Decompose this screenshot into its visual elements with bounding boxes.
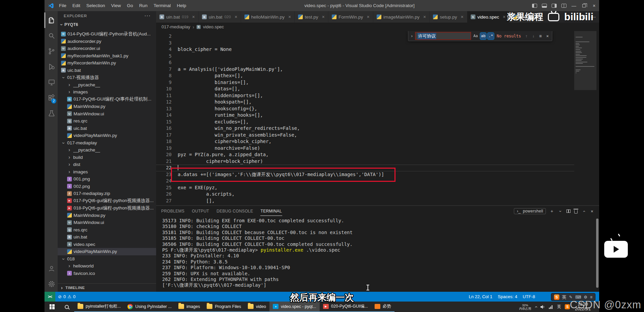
tree-file-item[interactable]: Uaudiorecorder.ui: [58, 45, 156, 52]
tree-file-item[interactable]: UMainWindow.ui: [58, 219, 156, 226]
ime-language-indicator[interactable]: 英: [557, 304, 561, 310]
tree-file-item[interactable]: Qres.qrc: [58, 117, 156, 125]
menu-view[interactable]: View: [108, 3, 124, 8]
find-next-icon[interactable]: ↓: [531, 33, 536, 38]
toggle-secondary-sidebar-icon[interactable]: [552, 4, 557, 8]
minimize-button[interactable]: —: [569, 0, 579, 11]
tree-file-item[interactable]: ▶018-PyQt6-gui编程-python视频播放器...: [58, 204, 156, 212]
tree-folder-item[interactable]: ›dist: [58, 161, 156, 168]
tree-file-item[interactable]: I001.png: [58, 175, 156, 183]
breadcrumb[interactable]: 017-mediaplay › S video.spec: [156, 23, 599, 31]
customize-layout-icon[interactable]: [561, 4, 566, 8]
kill-terminal-icon[interactable]: [574, 210, 578, 214]
code-editor[interactable]: 234block_cipher = None567a = Analysis(['…: [156, 31, 599, 205]
explorer-more-actions-icon[interactable]: ···: [144, 13, 151, 19]
tree-folder-item[interactable]: ›018: [58, 255, 156, 263]
activity-remote-explorer-button[interactable]: [45, 75, 58, 90]
tree-file-item[interactable]: videoPlayMainWin.py: [58, 132, 156, 139]
tree-folder-item[interactable]: ›__pycache__: [58, 81, 156, 89]
find-input[interactable]: 许可协议: [415, 32, 471, 40]
tree-folder-item[interactable]: ›017-mediaplay: [58, 139, 156, 147]
tree-file-item[interactable]: MainWindow.py: [58, 103, 156, 110]
find-previous-icon[interactable]: ↑: [524, 33, 529, 38]
tab-uin.bat[interactable]: Buin.bat020×: [199, 11, 241, 23]
tree-file-item[interactable]: Z017-mediaplay.zip: [58, 190, 156, 197]
activity-source-control-button[interactable]: [45, 44, 58, 59]
close-button[interactable]: ×: [589, 0, 599, 11]
find-expand-icon[interactable]: ›: [410, 33, 414, 38]
close-icon[interactable]: ×: [367, 14, 370, 20]
activity-run-debug-button[interactable]: [45, 59, 58, 75]
network-icon[interactable]: [549, 305, 553, 309]
tab-imageMainWin.py[interactable]: imageMainWin.py×: [373, 11, 430, 23]
workspace-section[interactable]: › PYQT6: [58, 21, 156, 28]
menu-run[interactable]: Run: [136, 3, 151, 8]
tree-file-item[interactable]: MainWindow.py: [58, 212, 156, 219]
tree-file-item[interactable]: D017-PyQt6-GUI编程-Qt事件处理机制...: [58, 96, 156, 103]
split-terminal-icon[interactable]: [566, 209, 570, 213]
menu-help[interactable]: Help: [174, 3, 189, 8]
tree-file-item[interactable]: D014-PyQt6-GUI编程-Python录音机(Aud...: [58, 30, 156, 38]
sogou-tray-icon[interactable]: S: [565, 304, 570, 309]
tree-folder-item[interactable]: ›017-视频播放器: [58, 74, 156, 81]
tree-file-item[interactable]: myRecorderMainWin_bak1.py: [58, 52, 156, 60]
minimap-slider[interactable]: [574, 31, 596, 90]
restore-button[interactable]: [579, 0, 589, 11]
breadcrumb-file[interactable]: video.spec: [203, 24, 224, 29]
tree-file-item[interactable]: Qres.qrc: [58, 226, 156, 234]
terminal-scrollbar[interactable]: [596, 219, 598, 288]
memory-widget[interactable]: 32% 内存占用: [519, 304, 531, 310]
tree-file-item[interactable]: Ifavicon.ico: [58, 270, 156, 277]
tree-file-item[interactable]: UMainWindow.ui: [58, 110, 156, 118]
toggle-panel-icon[interactable]: [542, 4, 547, 8]
tree-file-item[interactable]: Buic.bat: [58, 67, 156, 74]
tree-file-item[interactable]: audiorecorder.py: [58, 38, 156, 45]
activity-extensions-button[interactable]: 2: [45, 90, 58, 106]
tree-folder-item[interactable]: ›images: [58, 168, 156, 176]
close-icon[interactable]: ×: [322, 14, 325, 20]
panel-tab-problems[interactable]: PROBLEMS: [161, 207, 185, 216]
tab-test.py[interactable]: test.py×: [295, 11, 328, 23]
close-icon[interactable]: ×: [235, 14, 237, 20]
match-case-toggle[interactable]: Aa: [472, 33, 479, 39]
terminal-dropdown-icon[interactable]: ›: [558, 209, 563, 214]
activity-testing-button[interactable]: [45, 106, 58, 121]
tree-folder-item[interactable]: ›images: [58, 88, 156, 96]
toggle-sidebar-icon[interactable]: [532, 4, 537, 8]
tree-folder-item[interactable]: ›helloworld: [58, 262, 156, 270]
volume-icon[interactable]: [540, 305, 545, 309]
find-in-selection-icon[interactable]: ≡: [538, 33, 544, 38]
tree-folder-item[interactable]: ›__pycache__: [58, 146, 156, 154]
tab-FormWin.py[interactable]: FormWin.py×: [328, 11, 373, 23]
tree-file-item[interactable]: Svideo.spec: [58, 241, 156, 248]
maximize-panel-icon[interactable]: ›: [581, 209, 586, 214]
tab-helloMainWin.py[interactable]: helloMainWin.py×: [241, 11, 295, 23]
panel-tab-terminal[interactable]: TERMINAL: [260, 207, 282, 216]
tree-file-item[interactable]: I002.png: [58, 183, 156, 190]
menu-selection[interactable]: Selection: [83, 3, 108, 8]
close-icon[interactable]: ×: [461, 14, 464, 20]
tree-folder-item[interactable]: ›build: [58, 154, 156, 161]
menu-file[interactable]: File: [56, 3, 69, 8]
tab-setup.py[interactable]: setup.py×: [430, 11, 467, 23]
tray-overflow-icon[interactable]: ›: [533, 306, 538, 308]
account-button[interactable]: [45, 261, 58, 276]
tree-file-item[interactable]: myRecorderMainWin.py: [58, 59, 156, 67]
close-icon[interactable]: ×: [192, 14, 195, 20]
close-icon[interactable]: ×: [503, 14, 505, 20]
activity-explorer-button[interactable]: [45, 12, 58, 28]
whole-word-toggle[interactable]: ab: [480, 33, 487, 39]
tab-uin.bat[interactable]: Buin.bat019×: [156, 11, 199, 23]
file-tree[interactable]: D014-PyQt6-GUI编程-Python录音机(Aud...audiore…: [58, 28, 156, 283]
timeline-section[interactable]: › TIMELINE: [58, 283, 156, 292]
terminal-output[interactable]: 35173 INFO: Building EXE from EXE-00.toc…: [156, 217, 599, 292]
tree-file-item[interactable]: videoPlayMainWin.py: [58, 248, 156, 255]
settings-button[interactable]: [45, 276, 58, 292]
panel-tab-output[interactable]: OUTPUT: [192, 207, 209, 216]
tree-file-item[interactable]: Buic.bat: [58, 125, 156, 132]
close-icon[interactable]: ×: [423, 14, 426, 20]
tab-video.spec[interactable]: Svideo.spec×: [467, 11, 509, 23]
close-find-icon[interactable]: ×: [545, 33, 550, 38]
shell-selector[interactable]: ›_ powershell: [514, 208, 546, 214]
activity-search-button[interactable]: [45, 28, 58, 44]
